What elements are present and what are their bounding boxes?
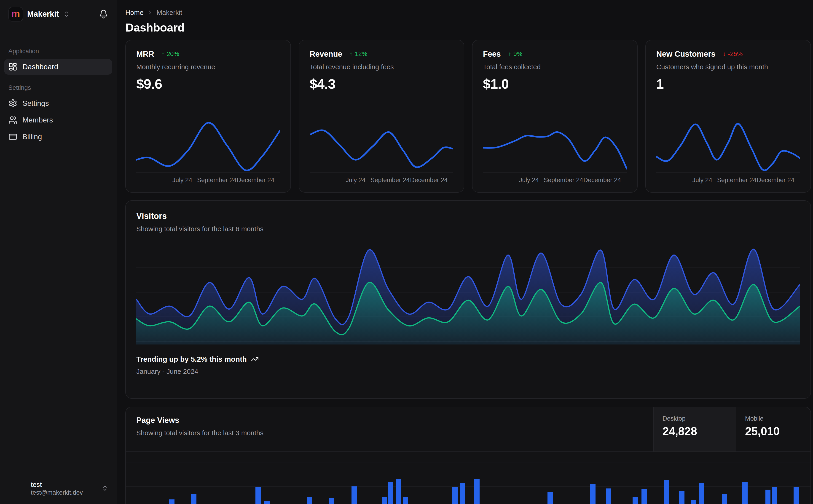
notifications-bell-icon[interactable] bbox=[99, 9, 108, 19]
trend-percentage: 20% bbox=[167, 50, 179, 58]
stat-value: 1 bbox=[656, 76, 800, 92]
page-views-bar bbox=[396, 479, 401, 504]
user-menu[interactable]: test test@makerkit.dev bbox=[0, 473, 117, 504]
sidebar-item-label: Members bbox=[22, 116, 53, 124]
stat-title: Revenue bbox=[310, 50, 342, 58]
sidebar-item-dashboard[interactable]: Dashboard bbox=[4, 59, 112, 75]
trend-percentage: -25% bbox=[728, 50, 743, 58]
page-views-bar bbox=[606, 488, 611, 504]
page-views-bar bbox=[264, 501, 270, 504]
x-axis-ticks: July 24September 24December 24 bbox=[483, 175, 627, 185]
nav-section-label: Application bbox=[4, 48, 112, 55]
page-views-card: Page Views Showing total visitors for th… bbox=[125, 407, 811, 504]
trend-arrow-icon: ↓ bbox=[723, 50, 726, 58]
breadcrumb: Home Makerkit bbox=[125, 8, 811, 17]
x-tick: September 24 bbox=[544, 176, 583, 184]
user-email: test@makerkit.dev bbox=[31, 489, 96, 496]
user-name: test bbox=[31, 480, 96, 489]
stat-trend-badge: ↓ -25% bbox=[723, 50, 743, 58]
page-views-bar bbox=[794, 487, 799, 504]
page-views-bar bbox=[699, 483, 704, 504]
gridline bbox=[126, 486, 810, 487]
layout-dashboard-icon bbox=[8, 62, 17, 71]
stat-trend-badge: ↑ 20% bbox=[161, 50, 179, 58]
page-views-bar bbox=[664, 480, 669, 504]
breadcrumb-current: Makerkit bbox=[157, 9, 182, 16]
page-views-bar-chart bbox=[126, 452, 810, 504]
x-tick: September 24 bbox=[371, 176, 410, 184]
sidebar-item-members[interactable]: Members bbox=[4, 112, 112, 128]
user-avatar bbox=[8, 480, 26, 497]
page-views-desktop-toggle[interactable]: Desktop 24,828 bbox=[653, 407, 736, 451]
visitors-area-chart bbox=[136, 244, 800, 345]
workspace-switcher[interactable]: m Makerkit bbox=[0, 0, 117, 27]
page-views-bar bbox=[772, 487, 777, 504]
mobile-value: 25,010 bbox=[745, 425, 810, 438]
stat-line-chart: July 24September 24December 24 bbox=[310, 117, 453, 185]
stat-subtitle: Total revenue including fees bbox=[310, 63, 453, 71]
page-views-bar bbox=[642, 489, 647, 504]
stat-card-revenue: Revenue ↑ 12% Total revenue including fe… bbox=[299, 40, 464, 193]
stat-line-chart: July 24September 24December 24 bbox=[483, 117, 627, 185]
breadcrumb-home-link[interactable]: Home bbox=[125, 9, 143, 16]
stat-line-chart: July 24September 24December 24 bbox=[656, 117, 800, 185]
mobile-label: Mobile bbox=[745, 415, 810, 422]
trend-percentage: 9% bbox=[513, 50, 522, 58]
page-views-bar bbox=[691, 500, 696, 504]
trending-up-icon bbox=[251, 355, 259, 363]
sidebar-item-label: Settings bbox=[22, 99, 49, 108]
chevrons-up-down-icon bbox=[63, 11, 70, 18]
x-tick: December 24 bbox=[237, 176, 275, 184]
x-axis-ticks: July 24September 24December 24 bbox=[310, 175, 453, 185]
page-views-bar bbox=[329, 498, 334, 504]
page-views-subtitle: Showing total visitors for the last 3 mo… bbox=[136, 429, 643, 437]
desktop-value: 24,828 bbox=[663, 425, 736, 438]
page-views-bar bbox=[474, 479, 480, 504]
sidebar-item-billing[interactable]: Billing bbox=[4, 129, 112, 145]
page-views-header: Page Views Showing total visitors for th… bbox=[126, 407, 810, 452]
sidebar-nav: Application Dashboard Settings Settings … bbox=[0, 27, 117, 474]
visitors-trend-text: Trending up by 5.2% this month bbox=[136, 355, 247, 363]
nav-section-label: Settings bbox=[4, 84, 112, 91]
stat-cards-row: MRR ↑ 20% Monthly recurring revenue $9.6… bbox=[125, 40, 811, 193]
page-views-bar bbox=[547, 492, 553, 504]
users-icon bbox=[8, 116, 17, 125]
visitors-date-range: January - June 2024 bbox=[136, 368, 800, 375]
trend-arrow-icon: ↑ bbox=[161, 50, 165, 58]
page-views-bar bbox=[590, 484, 595, 504]
page-views-bar bbox=[307, 497, 312, 504]
page-views-bar bbox=[633, 497, 638, 504]
page-views-mobile-toggle[interactable]: Mobile 25,010 bbox=[736, 407, 810, 451]
makerkit-logo: m bbox=[8, 7, 23, 21]
chevrons-up-down-icon bbox=[101, 485, 108, 492]
x-axis-ticks: July 24September 24December 24 bbox=[656, 175, 800, 185]
trend-percentage: 12% bbox=[355, 50, 367, 58]
visitors-card: Visitors Showing total visitors for the … bbox=[125, 200, 811, 399]
sidebar: m Makerkit Application Dashboard Setting… bbox=[0, 0, 117, 504]
sidebar-item-label: Billing bbox=[22, 133, 42, 141]
x-tick: December 24 bbox=[583, 176, 621, 184]
credit-card-icon bbox=[8, 132, 17, 141]
page-views-bar bbox=[382, 497, 387, 504]
x-tick: July 24 bbox=[172, 176, 192, 184]
gear-icon bbox=[8, 99, 17, 108]
logo-letter: m bbox=[11, 9, 20, 19]
page-views-bar bbox=[742, 482, 748, 504]
stat-title: Fees bbox=[483, 50, 501, 58]
visitors-title: Visitors bbox=[136, 211, 800, 221]
sidebar-item-settings[interactable]: Settings bbox=[4, 95, 112, 111]
trend-arrow-icon: ↑ bbox=[350, 50, 353, 58]
page-views-bar bbox=[256, 487, 261, 504]
main-content: Home Makerkit Dashboard MRR ↑ 20% Monthl… bbox=[117, 0, 813, 504]
x-tick: December 24 bbox=[757, 176, 794, 184]
page-title: Dashboard bbox=[125, 20, 811, 36]
trend-arrow-icon: ↑ bbox=[508, 50, 511, 58]
stat-subtitle: Total fees collected bbox=[483, 63, 627, 71]
desktop-label: Desktop bbox=[663, 415, 736, 422]
page-views-bar bbox=[679, 491, 685, 504]
x-tick: July 24 bbox=[346, 176, 366, 184]
x-tick: July 24 bbox=[692, 176, 712, 184]
page-views-title: Page Views bbox=[136, 416, 643, 425]
stat-card-fees: Fees ↑ 9% Total fees collected $1.0 July… bbox=[472, 40, 638, 193]
stat-value: $4.3 bbox=[310, 76, 453, 92]
